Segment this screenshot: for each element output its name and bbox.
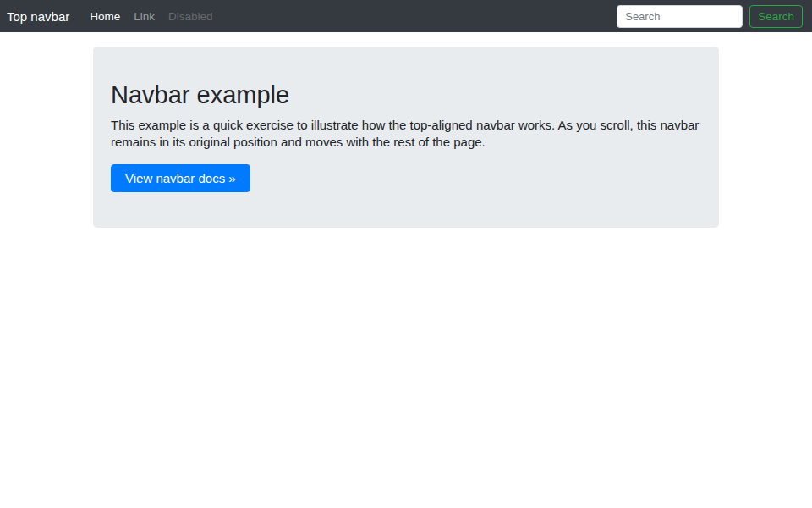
page-title: Navbar example: [111, 80, 701, 110]
jumbotron-description: This example is a quick exercise to illu…: [111, 117, 701, 151]
search-input[interactable]: [617, 5, 743, 28]
top-navbar: Top navbar Home Link Disabled Search: [0, 0, 812, 32]
jumbotron: Navbar example This example is a quick e…: [93, 47, 719, 228]
nav-item-disabled: Disabled: [162, 5, 220, 28]
navbar-brand[interactable]: Top navbar: [7, 9, 76, 24]
nav-item-link[interactable]: Link: [127, 5, 162, 28]
view-navbar-docs-button[interactable]: View navbar docs »: [111, 164, 250, 192]
nav-item-home[interactable]: Home: [83, 5, 127, 28]
search-form: Search: [617, 5, 803, 28]
main-content: Navbar example This example is a quick e…: [0, 32, 812, 228]
search-button[interactable]: Search: [749, 5, 803, 28]
navbar-nav: Home Link Disabled: [83, 5, 219, 28]
